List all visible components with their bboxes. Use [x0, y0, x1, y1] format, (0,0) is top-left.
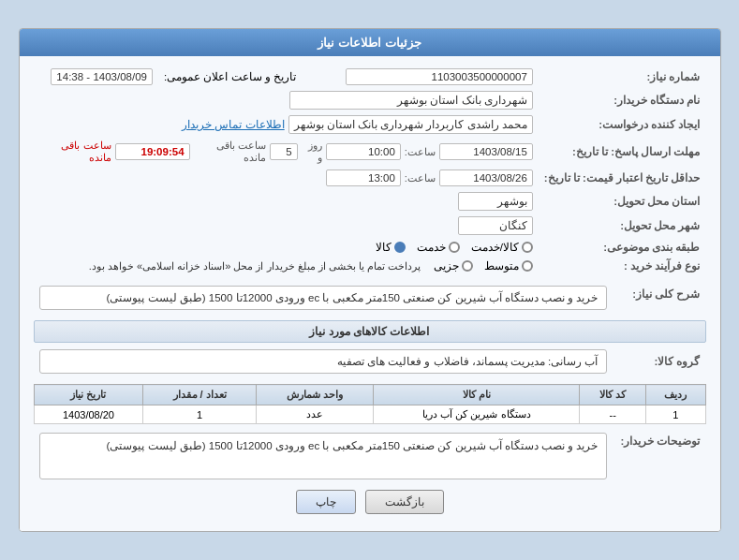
radio-jozi	[462, 260, 473, 272]
category-option-khedmat[interactable]: خدمت	[417, 241, 460, 254]
buyer-notes-table: توضیحات خریدار: خرید و نصب دستگاه آب شیر…	[34, 430, 706, 482]
table-row: 1 -- دستگاه شیرین کن آب دریا عدد 1 1403/…	[34, 405, 705, 424]
price-validity-value: 1403/08/26 ساعت: 13:00	[34, 167, 539, 189]
cell-qty: 1	[143, 405, 256, 424]
buyer-name-label: نام دستگاه خریدار:	[539, 88, 706, 112]
col-code: کد کالا	[580, 385, 646, 405]
goods-group-label: گروه کالا:	[613, 346, 706, 376]
cell-row: 1	[645, 405, 705, 424]
cell-unit: عدد	[256, 405, 373, 424]
goods-group-table: گروه کالا: آب رسانی: مدیریت پسماند، فاضل…	[34, 346, 706, 376]
announcement-label: تاریخ و ساعت اعلان عمومی:	[158, 66, 318, 88]
need-number-label: شماره نیاز:	[539, 66, 706, 88]
cell-date: 1403/08/20	[34, 405, 143, 424]
price-validity-label: حداقل تاریخ اعتبار قیمت: تا تاریخ:	[539, 167, 706, 189]
radio-kala	[394, 242, 406, 253]
province-label: استان محل تحویل:	[539, 189, 706, 214]
creator-value: محمد راشدی کاربردار شهرداری بانک استان ب…	[34, 112, 539, 137]
need-desc-label: شرح کلی نیاز:	[613, 283, 706, 313]
cell-name: دستگاه شیرین کن آب دریا	[374, 405, 580, 424]
col-row: ردیف	[645, 385, 705, 405]
city-value: کنگان	[34, 214, 539, 238]
purchase-notice: پرداخت تمام یا بخشی از مبلغ خریدار از مح…	[89, 260, 421, 273]
category-label: طبقه بندی موضوعی:	[539, 238, 706, 257]
radio-khedmat	[449, 242, 460, 253]
goods-table: ردیف کد کالا نام کالا واحد شمارش تعداد /…	[34, 384, 706, 424]
buyer-notes-label: توضیحات خریدار:	[613, 430, 706, 482]
need-description-table: شرح کلی نیاز: خرید و نصب دستگاه آب شیرین…	[34, 283, 706, 313]
purchase-option-jozi[interactable]: جزیی	[434, 259, 473, 273]
reply-deadline-value: 1403/08/15 ساعت: 10:00 روز و 5 ساعت باقی…	[34, 137, 539, 167]
reply-deadline-label: مهلت ارسال پاسخ: تا تاریخ:	[539, 137, 706, 167]
radio-mozat	[522, 260, 533, 272]
contact-info-link[interactable]: اطلاعات تماس خریدار	[182, 118, 284, 131]
col-unit: واحد شمارش	[256, 385, 373, 405]
purchase-type-value: متوسط جزیی پرداخت تمام یا بخشی از مبلغ خ…	[34, 257, 539, 275]
purchase-type-label: نوع فرآیند خرید :	[539, 257, 706, 275]
buyer-notes-value: خرید و نصب دستگاه آب شیرین کن صنعتی 150م…	[34, 430, 613, 482]
button-row: بازگشت چاپ	[34, 490, 706, 522]
back-button[interactable]: بازگشت	[365, 490, 444, 514]
goods-group-value: آب رسانی: مدیریت پسماند، فاضلاب و فعالیت…	[34, 346, 613, 376]
creator-label: ایجاد کننده درخواست:	[539, 112, 706, 137]
city-label: شهر محل تحویل:	[539, 214, 706, 238]
info-table: شماره نیاز: 1103003500000007 تاریخ و ساع…	[34, 66, 706, 275]
need-number-value: 1103003500000007	[318, 66, 539, 88]
print-button[interactable]: چاپ	[296, 490, 356, 514]
cell-code: --	[580, 405, 646, 424]
purchase-option-mozat[interactable]: متوسط	[484, 259, 533, 273]
buyer-name-value: شهرداری بانک استان بوشهر	[34, 88, 539, 112]
announcement-value: 1403/08/09 - 14:38	[34, 66, 158, 88]
need-desc-value: خرید و نصب دستگاه آب شیرین کن صنعتی 150م…	[34, 283, 613, 313]
page-title: جزئیات اطلاعات نیاز	[20, 29, 720, 56]
category-value: کالا/خدمت خدمت کالا	[34, 238, 539, 257]
category-option-kala[interactable]: کالا	[376, 241, 406, 254]
category-option-kala-khedmat[interactable]: کالا/خدمت	[471, 241, 533, 254]
radio-kala-khedmat	[522, 242, 533, 253]
col-date: تاریخ نیاز	[34, 385, 143, 405]
goods-section-header: اطلاعات کالاهای مورد نیاز	[34, 320, 706, 343]
province-value: بوشهر	[34, 189, 539, 214]
col-name: نام کالا	[374, 385, 580, 405]
col-qty: تعداد / مقدار	[143, 385, 256, 405]
